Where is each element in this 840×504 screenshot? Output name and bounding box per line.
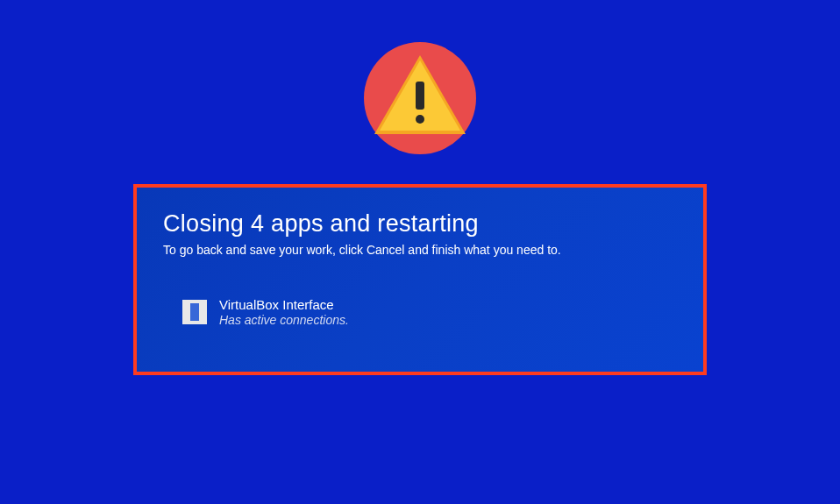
app-info: VirtualBox Interface Has active connecti… (219, 297, 349, 327)
dialog-subtitle: To go back and save your work, click Can… (163, 243, 677, 257)
app-icon (182, 300, 207, 324)
app-status: Has active connections. (219, 313, 349, 327)
shutdown-dialog: Closing 4 apps and restarting To go back… (133, 184, 707, 375)
exclamation-dot (416, 115, 424, 124)
app-name: VirtualBox Interface (219, 297, 349, 312)
exclamation-bar (416, 82, 424, 110)
blocking-app-item: VirtualBox Interface Has active connecti… (182, 297, 677, 327)
warning-badge (364, 42, 476, 154)
warning-triangle-icon (374, 55, 466, 134)
dialog-title: Closing 4 apps and restarting (163, 210, 677, 238)
warning-circle-bg (364, 42, 476, 154)
